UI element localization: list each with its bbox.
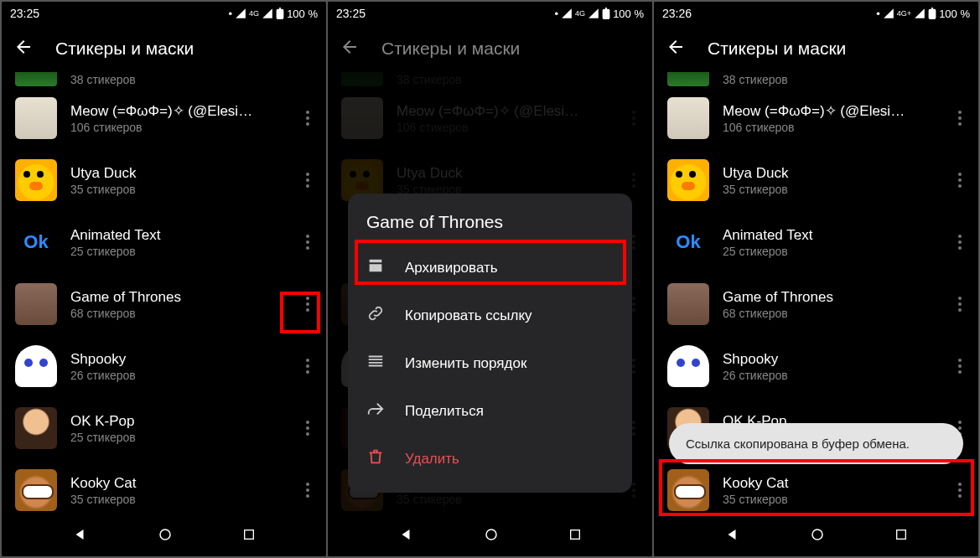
menu-item-share[interactable]: Поделиться [348,387,632,435]
svg-point-0 [306,111,309,114]
svg-point-11 [306,308,309,312]
status-icons: • 4G+ 100 % [876,8,970,20]
sticker-pack-row[interactable]: Meow (=ΦωΦ=)✧ (@Elesi…106 стикеров [654,87,978,149]
sticker-pack-row[interactable]: Game of Thrones68 стикеров [2,273,326,335]
sticker-list-viewport[interactable]: 38 стикеровMeow (=ΦωΦ=)✧ (@Elesi…106 сти… [2,72,326,516]
svg-point-60 [958,370,962,374]
svg-point-44 [486,530,496,540]
kebab-menu-button[interactable] [296,348,319,385]
sticker-pack-row[interactable]: 38 стикеров [654,72,978,87]
kebab-menu-button[interactable] [948,162,972,199]
back-button[interactable] [8,28,39,69]
svg-point-51 [958,184,962,188]
menu-item-link[interactable]: Копировать ссылку [348,292,632,339]
archive-icon [366,256,385,279]
sticker-thumb [667,159,709,201]
pack-count: 26 стикеров [70,369,283,382]
pack-name: Utya Duck [723,165,935,182]
app-bar: Стикеры и маски [328,25,652,72]
menu-title: Game of Thrones [348,212,632,244]
kebab-menu-button[interactable] [296,286,319,323]
kebab-menu-button[interactable] [948,224,972,261]
nav-back[interactable] [398,527,413,545]
menu-item-label: Архивировать [405,260,498,276]
menu-item-reorder[interactable]: Изменить порядок [348,339,632,387]
sticker-list-viewport[interactable]: 38 стикеровMeow (=ΦωΦ=)✧ (@Elesi…106 сти… [654,72,978,516]
menu-item-archive[interactable]: Архивировать [348,244,632,292]
clock: 23:25 [336,7,366,20]
nav-home[interactable] [810,527,825,545]
sticker-pack-row[interactable]: OK K-Pop25 стикеров [2,397,326,459]
nav-home[interactable] [158,527,173,545]
kebab-menu-button[interactable] [296,224,319,261]
pack-name: Game of Thrones [70,289,283,306]
delete-icon [366,447,385,470]
kebab-menu-button[interactable] [948,286,972,323]
svg-point-5 [306,184,309,188]
pack-count: 35 стикеров [70,493,283,506]
nav-back[interactable] [724,527,739,545]
nav-recents[interactable] [894,528,908,545]
sticker-pack-row[interactable]: Utya Duck35 стикеров [2,149,326,211]
kebab-menu-button[interactable] [948,348,972,385]
phone-screen-2: 23:25 • 4G 100 % Стикеры и маски 38 стик… [328,2,652,556]
svg-point-1 [306,116,309,120]
status-icons: • 4G 100 % [229,8,318,20]
pack-count: 25 стикеров [723,245,935,258]
sticker-thumb [15,469,57,511]
pack-count: 68 стикеров [723,307,935,320]
sticker-pack-row[interactable]: OkAnimated Text25 стикеров [2,211,326,273]
kebab-menu-button[interactable] [296,410,319,447]
android-navbar [328,516,652,556]
svg-point-16 [306,426,309,430]
status-bar: 23:26 • 4G+ 100 % [654,2,978,25]
sticker-pack-row[interactable]: Shpooky26 стикеров [2,335,326,397]
svg-point-7 [306,240,309,244]
sticker-pack-row[interactable]: OkAnimated Text25 стикеров [654,211,978,273]
menu-item-delete[interactable]: Удалить [348,435,632,483]
sticker-pack-row[interactable]: Utya Duck35 стикеров [654,149,978,211]
svg-point-3 [306,173,309,176]
pack-name: Shpooky [723,351,935,368]
kebab-menu-button[interactable] [948,100,972,137]
sticker-pack-row[interactable]: Kooky Cat35 стикеров [2,459,326,516]
kebab-menu-button[interactable] [296,100,319,137]
svg-point-48 [958,122,962,126]
sticker-pack-row[interactable]: Game of Thrones68 стикеров [654,273,978,335]
nav-home[interactable] [484,527,499,545]
nav-recents[interactable] [568,528,582,545]
pack-count: 35 стикеров [723,493,935,506]
svg-point-2 [306,122,309,126]
nav-back[interactable] [72,527,87,545]
link-icon [366,304,385,327]
svg-point-46 [958,111,962,114]
svg-point-55 [958,297,962,300]
svg-point-15 [306,421,309,424]
kebab-menu-button[interactable] [948,472,972,509]
sticker-pack-row[interactable]: Kooky Cat35 стикеров [654,459,978,516]
pack-count: 106 стикеров [70,121,283,134]
sticker-pack-row[interactable]: Meow (=ΦωΦ=)✧ (@Elesi…106 стикеров [2,87,326,149]
pack-name: Animated Text [723,227,935,244]
sticker-pack-row[interactable]: 38 стикеров [2,72,326,87]
back-button[interactable] [334,28,365,69]
menu-item-label: Копировать ссылку [405,307,532,324]
back-button[interactable] [661,28,691,69]
phone-screen-1: 23:25 • 4G 100 % Стикеры и маски 38 стик… [2,2,326,556]
svg-point-4 [306,178,309,182]
pack-count: 38 стикеров [723,73,972,86]
sticker-thumb [15,345,57,387]
svg-point-8 [306,246,309,250]
sticker-thumb [667,469,709,511]
clock: 23:25 [10,7,39,20]
svg-point-21 [160,530,170,540]
sticker-pack-row[interactable]: Shpooky26 стикеров [654,335,978,397]
kebab-menu-button[interactable] [296,162,319,199]
sticker-thumb [667,283,709,325]
pack-count: 38 стикеров [70,73,319,86]
nav-recents[interactable] [242,528,256,545]
svg-point-57 [958,308,962,312]
kebab-menu-button[interactable] [296,472,319,509]
svg-point-6 [306,235,309,238]
pack-name: Kooky Cat [70,475,283,492]
